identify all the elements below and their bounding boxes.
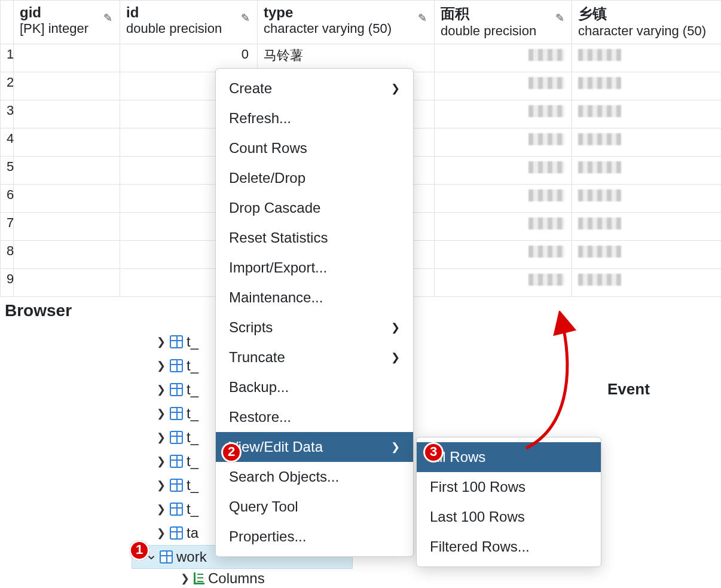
tree-item[interactable]: t_ [155,402,198,425]
blurred-value [528,47,564,62]
chevron-right-icon[interactable] [155,330,166,354]
menu-item[interactable]: Refresh... [216,103,413,133]
tree-item[interactable]: t_ [155,425,198,449]
town-cell[interactable] [572,44,722,72]
tree-item-label: ta [187,521,198,545]
gid-cell[interactable] [14,128,120,157]
pencil-icon[interactable]: ✎ [418,11,427,24]
menu-item[interactable]: Search Objects... [216,462,413,492]
col-area-sub: double precision [441,23,536,38]
pencil-icon[interactable]: ✎ [241,11,250,24]
menu-item[interactable]: Drop Cascade [216,193,413,223]
tree-item[interactable]: t_ [155,497,198,521]
menu-item[interactable]: Scripts❯ [216,313,413,342]
event-label: Event [607,380,650,399]
blurred-value [578,75,621,90]
area-cell[interactable] [435,241,572,269]
menu-item[interactable]: Last 100 Rows [417,502,601,532]
menu-item[interactable]: Reset Statistics [216,223,413,253]
col-town-header[interactable]: 乡镇 character varying (50) [572,1,722,44]
chevron-right-icon[interactable] [179,572,190,585]
gid-cell[interactable] [14,241,120,269]
columns-icon [194,572,204,584]
tree-item[interactable]: t_ [155,330,198,354]
pencil-icon[interactable]: ✎ [555,11,564,24]
tree-item[interactable]: t_ [155,354,198,378]
tree-item-label: t_ [187,473,198,497]
tree-item-label: t_ [187,497,198,521]
menu-item[interactable]: Query Tool [216,492,413,522]
tree-item[interactable]: t_ [155,378,198,402]
town-cell[interactable] [572,72,722,100]
gid-cell[interactable] [14,185,120,213]
menu-item[interactable]: Filtered Rows... [417,532,601,562]
menu-item[interactable]: Truncate❯ [216,342,413,372]
table-icon [170,455,183,468]
gid-cell[interactable] [14,100,120,128]
area-cell[interactable] [435,128,572,157]
gid-cell[interactable] [14,44,120,72]
chevron-right-icon[interactable] [155,425,166,449]
col-town-sub: character varying (50) [578,23,706,38]
rownum-cell: 3 [1,100,14,128]
menu-item[interactable]: Delete/Drop [216,163,413,193]
area-cell[interactable] [435,185,572,213]
menu-item[interactable]: All Rows [417,442,601,472]
area-cell[interactable] [435,44,572,72]
blurred-value [578,271,621,287]
menu-item[interactable]: Create❯ [216,74,413,103]
menu-item-label: Maintenance... [229,289,323,306]
area-cell[interactable] [435,72,572,100]
menu-item-label: View/Edit Data [229,439,323,455]
gid-cell[interactable] [14,269,120,297]
town-cell[interactable] [572,185,722,213]
town-cell[interactable] [572,269,722,297]
chevron-right-icon[interactable] [155,449,166,473]
col-area-header[interactable]: 面积 double precision ✎ [435,1,572,44]
gid-cell[interactable] [14,157,120,185]
chevron-right-icon[interactable] [155,473,166,497]
col-gid-header[interactable]: gid [PK] integer ✎ [14,1,120,44]
menu-item-label: Import/Export... [229,259,327,276]
chevron-right-icon[interactable] [155,354,166,378]
chevron-right-icon[interactable] [155,521,166,545]
town-cell[interactable] [572,241,722,269]
menu-item[interactable]: Import/Export... [216,253,413,283]
rownum-cell: 2 [1,72,14,100]
menu-item[interactable]: Maintenance... [216,283,413,313]
menu-item[interactable]: View/Edit Data❯ [216,432,413,462]
tree-item[interactable]: ta [155,521,198,545]
col-type-header[interactable]: type character varying (50) ✎ [258,1,435,44]
area-cell[interactable] [435,100,572,128]
menu-item[interactable]: Backup... [216,372,413,402]
tree-child-columns[interactable]: Columns [179,570,265,587]
gid-cell[interactable] [14,213,120,241]
tree-item-label: t_ [187,402,198,425]
annotation-3: 3 [423,442,444,463]
chevron-right-icon[interactable] [155,378,166,402]
town-cell[interactable] [572,213,722,241]
tree-item[interactable]: t_ [155,449,198,473]
chevron-right-icon[interactable] [155,402,166,425]
menu-item[interactable]: Count Rows [216,133,413,163]
town-cell[interactable] [572,100,722,128]
tree-item[interactable]: t_ [155,473,198,497]
menu-item[interactable]: Properties... [216,522,413,552]
area-cell[interactable] [435,269,572,297]
town-cell[interactable] [572,157,722,185]
rownum-cell: 9 [1,269,14,297]
type-peek: 马铃薯 [264,48,303,63]
table-icon [170,407,183,420]
blurred-value [528,271,564,287]
chevron-right-icon: ❯ [391,440,400,454]
chevron-right-icon[interactable] [155,497,166,521]
pencil-icon[interactable]: ✎ [103,11,112,24]
col-id-header[interactable]: id double precision ✎ [120,1,258,44]
area-cell[interactable] [435,213,572,241]
menu-item[interactable]: Restore... [216,402,413,432]
gid-cell[interactable] [14,72,120,100]
blurred-value [528,187,564,203]
town-cell[interactable] [572,128,722,157]
menu-item[interactable]: First 100 Rows [417,472,601,502]
area-cell[interactable] [435,157,572,185]
